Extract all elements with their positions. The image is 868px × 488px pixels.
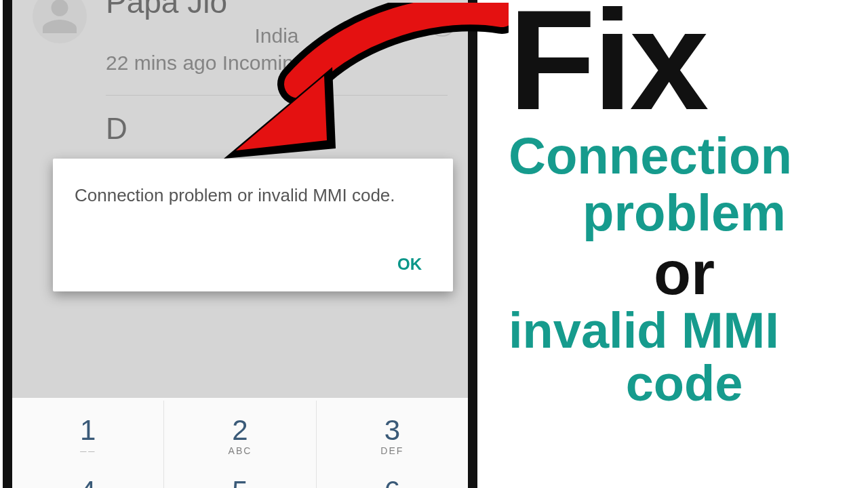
headline-panel: Fix Connection problem or invalid MMI co… <box>502 0 868 488</box>
contact-info: Papa Jio India 22 mins ago Incoming 1 <box>106 0 448 75</box>
key-1[interactable]: 1 ⏤⏤ <box>12 401 164 462</box>
avatar <box>33 0 87 43</box>
key-num: 5 <box>164 475 315 488</box>
headline-invalid: invalid MMI <box>509 305 860 356</box>
key-4[interactable]: 4 GHI <box>12 462 164 488</box>
headline-code: code <box>509 358 860 409</box>
headline-problem: problem <box>509 186 860 239</box>
dialer-keypad: 1 ⏤⏤ 2 ABC 3 DEF 4 GHI 5 <box>12 397 468 488</box>
keypad-row: 1 ⏤⏤ 2 ABC 3 DEF <box>12 401 468 462</box>
phone-frame: Papa Jio India 22 mins ago Incoming 1 › … <box>3 0 477 488</box>
key-2[interactable]: 2 ABC <box>164 401 316 462</box>
key-3[interactable]: 3 DEF <box>317 401 468 462</box>
key-num: 3 <box>317 414 468 447</box>
call-log-row[interactable]: Papa Jio India 22 mins ago Incoming 1 › <box>12 0 468 88</box>
key-letters: DEF <box>317 445 468 458</box>
headline-fix: Fix <box>509 0 860 125</box>
next-contact-peek: D <box>12 96 468 152</box>
key-num: 4 <box>12 475 163 488</box>
key-num: 6 <box>317 475 468 488</box>
chevron-right-icon[interactable]: › <box>429 9 456 37</box>
key-num: 1 <box>12 414 163 447</box>
keypad-row: 4 GHI 5 JKL 6 MNO <box>12 462 468 488</box>
dialog-actions: OK <box>75 248 431 281</box>
ok-button[interactable]: OK <box>388 248 431 281</box>
phone-screenshot-region: Papa Jio India 22 mins ago Incoming 1 › … <box>0 0 502 488</box>
contact-meta: 22 mins ago Incoming 1 <box>106 52 448 75</box>
error-dialog: Connection problem or invalid MMI code. … <box>53 159 453 291</box>
voicemail-icon: ⏤⏤ <box>12 445 163 458</box>
headline-connection: Connection <box>509 129 860 182</box>
key-6[interactable]: 6 MNO <box>317 462 468 488</box>
headline-or: or <box>509 243 860 304</box>
key-num: 2 <box>164 414 315 447</box>
dialog-message: Connection problem or invalid MMI code. <box>75 183 431 207</box>
key-letters: ABC <box>164 445 315 458</box>
contact-location: India <box>106 24 448 47</box>
person-icon <box>39 0 80 37</box>
contact-name: Papa Jio <box>106 0 448 20</box>
key-5[interactable]: 5 JKL <box>164 462 316 488</box>
